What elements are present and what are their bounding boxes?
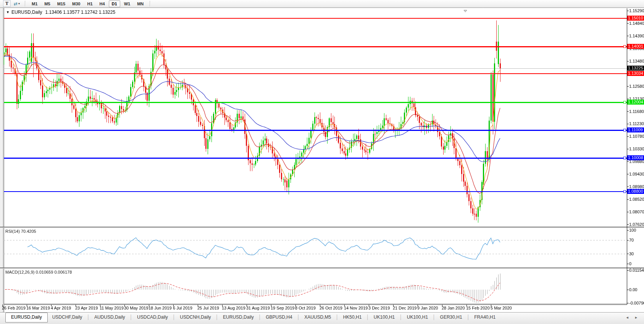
chart-tab-10[interactable]: UK100,H1	[402, 313, 433, 322]
tab-scroll-arrows[interactable]: ◄ ►	[626, 316, 640, 319]
x-axis-date-label: 8 Oct 2019	[295, 306, 316, 310]
x-axis-date-label: 25 Jul 2019	[197, 306, 219, 310]
x-axis-date-label: 11 May 2019	[100, 306, 124, 310]
x-axis-date-label: 26 Oct 2019	[320, 306, 342, 310]
chart-tab-0[interactable]: EURUSD,Daily	[5, 313, 48, 322]
top-toolbar: T ⇄ ▾ M1M5M15M30H1H4D1W1MN	[0, 0, 644, 8]
toolbar-separator	[25, 1, 26, 6]
timeframe-button-m1[interactable]: M1	[29, 0, 40, 7]
y-axis-tick-label: 1.07620	[629, 222, 644, 227]
x-axis-date-label: 9 Jan 2020	[417, 306, 438, 310]
chart-symbol-label: EURUSD,Daily	[11, 10, 42, 15]
rsi-scale-label: 30	[629, 251, 634, 256]
x-axis-date-label: 14 Nov 2019	[344, 306, 368, 310]
tab-divider: │	[130, 314, 133, 320]
price-line-label: 1.14001	[627, 44, 644, 49]
x-axis-date-label: 19 Sep 2019	[271, 306, 294, 310]
tab-divider: │	[399, 314, 402, 320]
mt4-window: T ⇄ ▾ M1M5M15M30H1H4D1W1MN ▼EURUSD,Daily…	[0, 0, 644, 324]
price-line-label: 1.12004	[627, 100, 644, 105]
x-axis-date-label: 15 Feb 2020	[466, 306, 490, 310]
timeframe-button-d1[interactable]: D1	[109, 0, 120, 7]
chart-tab-11[interactable]: GER30,H1	[436, 313, 467, 322]
chevron-down-icon: ▾	[18, 2, 20, 5]
chart-tab-6[interactable]: GBPUSD,H4	[261, 313, 297, 322]
x-axis-date-label: 18 Jun 2019	[148, 306, 172, 310]
price-line-label: 1.10008	[627, 155, 644, 160]
chart-tab-9[interactable]: UK100,H1	[369, 313, 399, 322]
rsi-scale-label: 70	[629, 238, 634, 242]
y-axis-tick-label: 1.12580	[629, 84, 644, 89]
timeframe-button-m5[interactable]: M5	[41, 0, 53, 7]
rsi-scale-label: 0	[629, 261, 631, 266]
swap-arrows-icon: ⇄	[14, 1, 18, 6]
chart-canvas[interactable]	[0, 8, 644, 312]
timeframe-button-mn[interactable]: MN	[134, 0, 147, 7]
y-axis-tick-label: 1.10780	[629, 134, 644, 139]
chart-tab-8[interactable]: HK50,H1	[339, 313, 366, 322]
chart-ohlc-values: 1.13406 1.13577 1.12742 1.13225	[45, 10, 116, 15]
x-axis-date-label: 3 Dec 2019	[368, 306, 390, 310]
x-axis-date-label: 31 Aug 2019	[246, 306, 270, 310]
x-axis-date-label: 13 Aug 2019	[222, 306, 245, 310]
chart-tab-bar: EURUSD,DailyUSDCHF,Daily│AUDUSD,Daily│US…	[0, 312, 644, 324]
timeframe-button-h4[interactable]: H4	[97, 0, 108, 7]
tab-divider: │	[258, 314, 261, 320]
macd-scale-label: 0.011543	[629, 268, 644, 272]
price-line-label: 1.13034	[627, 71, 644, 76]
rsi-label: RSI(14) 70.4205	[5, 229, 36, 234]
y-axis-tick-label: 1.09430	[629, 172, 644, 176]
tab-divider: │	[297, 314, 300, 320]
chart-tab-4[interactable]: USDCNH,Daily	[175, 313, 215, 322]
y-axis-tick-label: 1.08520	[629, 197, 644, 201]
tab-divider: │	[336, 314, 339, 320]
x-axis-date-label: 26 Feb 2019	[2, 306, 26, 310]
price-line-label: 1.11009	[627, 127, 644, 132]
timeframe-group: M1M5M15M30H1H4D1W1MN	[28, 0, 147, 7]
chart-tab-2[interactable]: AUDUSD,Daily	[90, 313, 130, 322]
y-axis-tick-label: 1.15290	[629, 8, 644, 13]
x-axis-date-label: 28 Jan 2020	[442, 306, 465, 310]
macd-scale-label: 0.00	[629, 287, 637, 292]
x-axis-date-label: 6 Jul 2019	[173, 306, 192, 310]
x-axis-date-label: 4 Apr 2019	[51, 306, 71, 310]
symbol-dropdown-icon[interactable]: ▼	[6, 10, 10, 14]
macd-label: MACD(12,26,9) 0.010659 0.006178	[5, 270, 72, 274]
y-axis-tick-label: 1.11230	[629, 121, 644, 126]
chart-tab-12[interactable]: FRA40,H1	[470, 313, 500, 322]
chart-title: ▼EURUSD,Daily1.13406 1.13577 1.12742 1.1…	[6, 10, 115, 15]
tab-divider: │	[433, 314, 436, 320]
tab-divider: │	[216, 314, 219, 320]
x-axis-date-label: 5 Mar 2020	[491, 306, 512, 310]
x-axis-date-label: 23 Apr 2019	[75, 306, 98, 310]
y-axis-tick-label: 1.10330	[629, 147, 644, 151]
timeframe-button-m30[interactable]: M30	[69, 0, 83, 7]
timeframe-button-w1[interactable]: W1	[121, 0, 134, 7]
chart-tab-7[interactable]: XAUUSD,M5	[300, 313, 336, 322]
timeframe-button-h1[interactable]: H1	[84, 0, 95, 7]
toolbar-separator	[150, 1, 150, 6]
price-line-label: 1.15010	[627, 16, 644, 21]
x-axis-date-label: 16 Mar 2019	[26, 306, 50, 310]
chart-tab-1[interactable]: USDCHF,Daily	[48, 313, 87, 322]
y-axis-tick-label: 1.08980	[629, 184, 644, 189]
tab-divider: │	[366, 314, 369, 320]
current-price-label: 1.13225	[627, 66, 644, 71]
chart-tab-5[interactable]: EURUSD,Daily	[218, 313, 258, 322]
chart-tab-3[interactable]: USDCAD,Daily	[132, 313, 173, 322]
x-axis-date-label: 30 May 2019	[124, 306, 148, 310]
x-axis-date-label: 21 Dec 2019	[393, 306, 416, 310]
tab-list: EURUSD,DailyUSDCHF,Daily│AUDUSD,Daily│US…	[5, 313, 500, 322]
tab-divider: │	[467, 314, 470, 320]
price-line-label: 1.08800	[627, 189, 644, 194]
text-tool-icon[interactable]: T	[3, 0, 11, 7]
y-axis-tick-label: 1.13480	[629, 59, 644, 63]
timeframe-button-m15[interactable]: M15	[54, 0, 68, 7]
y-axis-tick-label: 1.14390	[629, 34, 644, 38]
y-axis-tick-label: 1.14840	[629, 21, 644, 26]
tab-divider: │	[173, 314, 176, 320]
tile-windows-button[interactable]: ⇄ ▾	[14, 1, 20, 6]
macd-scale-label: -0.007908	[629, 301, 644, 305]
rsi-scale-label: 100	[629, 228, 636, 232]
tab-divider: │	[87, 314, 90, 320]
